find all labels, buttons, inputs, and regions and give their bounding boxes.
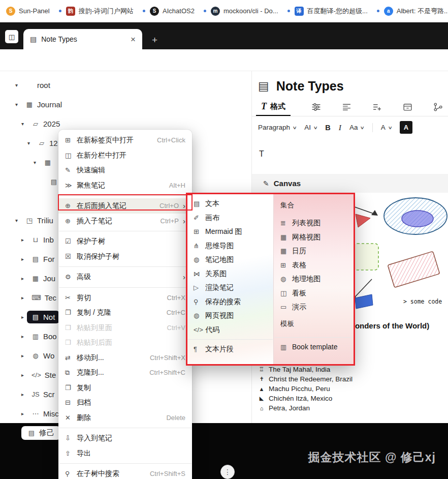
tree-item-icon: JS [31, 391, 40, 398]
ai-menu-button[interactable]: AI ∨ [304, 124, 317, 131]
submenu-item[interactable]: ✐ 画布 [187, 211, 273, 225]
context-menu-item[interactable]: ⊕ 在后面插入笔记 Ctrl+O › [58, 198, 192, 214]
expand-chevron-icon[interactable]: ▸ [18, 411, 27, 416]
menu-item-icon: ❐ [65, 384, 77, 391]
expand-chevron-icon[interactable]: ▸ [18, 334, 27, 339]
expand-chevron-icon[interactable]: ▾ [30, 160, 39, 165]
style-label: Paragraph [258, 124, 290, 131]
context-menu-item[interactable]: ❐ 复制 [58, 380, 192, 396]
bookmark-item[interactable]: S Sun-Panel [6, 7, 61, 16]
context-menu-item[interactable]: ❐ 复制 / 克隆 Ctrl+C [58, 305, 192, 320]
expand-chevron-icon[interactable]: ▸ [18, 353, 27, 358]
bookmark-item[interactable]: 韵 搜韵-诗词门户网站 [66, 7, 145, 16]
italic-button[interactable]: I [339, 123, 341, 132]
submenu-item[interactable]: ⋈ 关系图 [187, 267, 273, 281]
context-menu-item[interactable]: ⚙ 高级 › [58, 270, 192, 285]
bookmark-item[interactable]: m mockoon/cli - Do... [211, 7, 290, 16]
tree-item-main: ⌨ Tec [27, 291, 61, 304]
submenu-item[interactable]: ◍ 笔记地图 [187, 253, 273, 267]
context-menu-item[interactable]: ✕ 删除 Delete [58, 410, 192, 426]
tab-format[interactable]: T 格式 [256, 98, 291, 116]
expand-chevron-icon[interactable]: ▸ [18, 237, 27, 243]
context-menu-item[interactable]: ⇩ 导入到笔记 [58, 431, 192, 446]
more-options-button[interactable]: ⋮ [220, 465, 235, 479]
bookmark-item[interactable]: S AIchatOS2 [150, 7, 206, 16]
font-size-select[interactable]: Aa ∨ [349, 124, 364, 131]
branch-icon[interactable] [433, 102, 443, 112]
bookmark-item[interactable]: a Albert: 不是弯路... [384, 7, 448, 16]
context-menu-item[interactable]: ≫ 聚焦笔记 Alt+H [58, 178, 192, 193]
menu-item-label: 移动到... [77, 353, 104, 363]
tree-item-xiuji[interactable]: ▤ 修己 [21, 426, 60, 440]
context-menu-item[interactable]: ⊟ 归档 [58, 395, 192, 410]
submenu-item[interactable]: ◍ 地理地图 [274, 272, 354, 286]
box-icon[interactable] [403, 102, 412, 112]
align-lines-icon[interactable] [342, 102, 351, 112]
tree-item[interactable]: ▾ ▦ Journal [0, 95, 251, 114]
note-content-text[interactable]: T [252, 138, 448, 170]
paragraph-style-select[interactable]: Paragraph ∨ [258, 124, 296, 131]
menu-item-label: 复制 [77, 383, 91, 393]
canvas-section-header[interactable]: ✎ Canvas [252, 174, 448, 193]
expand-chevron-icon[interactable]: ▸ [18, 276, 27, 281]
separator [59, 287, 191, 288]
menu-item-shortcut: Ctrl+V [160, 323, 185, 333]
bold-button[interactable]: B [325, 124, 330, 132]
expand-chevron-icon[interactable]: ▸ [18, 392, 27, 397]
tree-item-root[interactable]: ▾ root [0, 75, 251, 95]
tab-note-types[interactable]: ▤ Note Types × [23, 29, 142, 49]
expand-chevron-icon[interactable]: ▾ [18, 121, 27, 127]
tree-item-label: Boo [43, 332, 57, 341]
tree-item-label: Scr [43, 390, 55, 399]
expand-chevron-icon[interactable]: ▾ [12, 102, 21, 107]
submenu-item[interactable]: </> 代码 [187, 323, 273, 337]
context-menu-item[interactable]: ⧉ 克隆到... Ctrl+Shift+C [58, 365, 192, 380]
submenu-item[interactable]: ▤ 文本 [187, 197, 273, 211]
context-menu-item[interactable]: ✎ 快速编辑 [58, 163, 192, 178]
context-menu-item[interactable]: ⚲ 在子树中搜索 Ctrl+Shift+S [58, 466, 192, 479]
expand-chevron-icon[interactable]: ▾ [24, 140, 33, 146]
layout-toggle-button[interactable]: ◫ [5, 30, 18, 43]
menu-item-icon: ⋈ [194, 271, 205, 277]
expand-chevron-icon[interactable]: ▸ [18, 314, 27, 320]
list-plus-icon[interactable] [372, 102, 382, 112]
context-menu-item[interactable]: ◫ 在新分栏中打开 [58, 148, 192, 163]
context-menu-item[interactable]: ⊞ 在新标签页中打开 Ctrl+Click [58, 133, 192, 148]
expand-chevron-icon[interactable]: ▾ [12, 82, 21, 88]
context-menu-item[interactable]: ☒ 取消保护子树 [58, 249, 192, 264]
submenu-item[interactable]: ▦ 日历 [274, 244, 354, 258]
sliders-icon[interactable] [311, 102, 321, 112]
submenu-item[interactable]: ⋔ 思维导图 [187, 239, 273, 253]
context-menu-item[interactable]: ☑ 保护子树 [58, 234, 192, 249]
new-tab-button[interactable]: + [152, 35, 157, 45]
submenu-item[interactable]: ⊞ 表格 [274, 258, 354, 273]
submenu-item[interactable]: ≣ 列表视图 [274, 216, 354, 230]
submenu-item[interactable]: ¶ 文本片段 [187, 342, 273, 356]
context-menu-item[interactable]: ✂ 剪切 Ctrl+X [58, 290, 192, 306]
expand-chevron-icon[interactable]: ▸ [18, 372, 27, 378]
expand-chevron-icon[interactable]: ▾ [12, 218, 21, 223]
submenu-item[interactable]: ⚲ 保存的搜索 [187, 295, 273, 309]
highlight-color-button[interactable]: A [400, 121, 412, 134]
tree-item-label: root [37, 81, 50, 89]
context-menu-item[interactable]: ❒ 粘贴到里面 Ctrl+V [58, 320, 192, 336]
expand-chevron-icon[interactable]: ▸ [18, 295, 27, 301]
submenu-item[interactable]: ▷ 渲染笔记 [187, 281, 273, 295]
note-title[interactable]: Note Types [276, 79, 344, 94]
context-menu-item[interactable]: ⇧ 导出 [58, 446, 192, 461]
bookmark-item[interactable]: 译 百度翻译-您的超级... [295, 7, 379, 16]
context-menu-item[interactable]: ⊕ 插入子笔记 Ctrl+P › [58, 214, 192, 229]
submenu-item[interactable]: ◍ 网页视图 [187, 309, 273, 323]
menu-item-label: 导入到笔记 [77, 433, 112, 443]
expand-chevron-icon[interactable]: ▸ [18, 256, 27, 262]
submenu-item[interactable]: ◫ 看板 [274, 286, 354, 301]
submenu-item[interactable]: ▥ Book template [274, 340, 354, 354]
submenu-item[interactable]: ▭ 演示 [274, 300, 354, 314]
bookmark-favicon: 韵 [66, 7, 75, 16]
context-menu-item[interactable]: ❒ 粘贴到后面 [58, 335, 192, 350]
close-icon[interactable]: × [131, 35, 136, 44]
context-menu-item[interactable]: ⇄ 移动到... Ctrl+Shift+X [58, 350, 192, 366]
font-color-select[interactable]: A ∨ [381, 124, 392, 131]
submenu-item[interactable]: ⊞ Mermaid 图 [187, 225, 273, 239]
submenu-item[interactable]: ▦ 网格视图 [274, 230, 354, 245]
